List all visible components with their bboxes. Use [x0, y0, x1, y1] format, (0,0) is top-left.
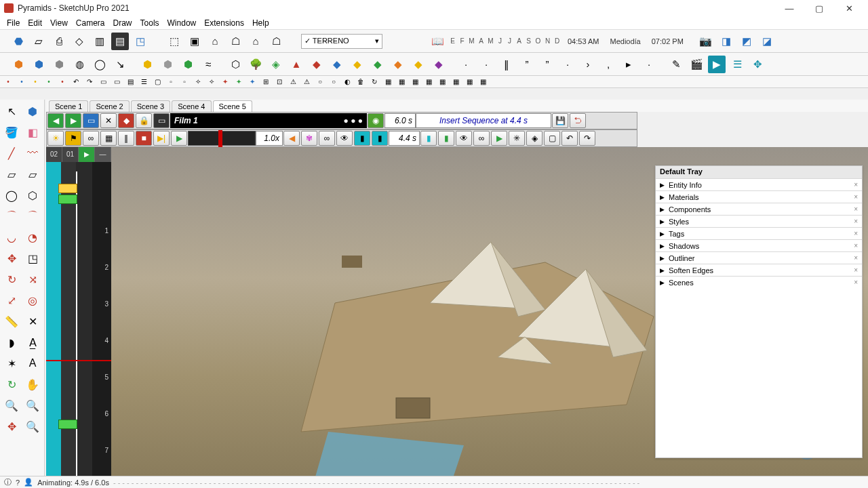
sm30[interactable]: ▦ [396, 77, 407, 87]
stack-icon[interactable]: ▤ [111, 33, 129, 50]
anim-star-icon[interactable]: ✳ [509, 131, 525, 146]
anim-exit-icon[interactable]: ⮌ [570, 113, 586, 128]
anim-target-icon[interactable]: ◈ [526, 131, 542, 146]
cube-blue2-icon[interactable]: ⬢ [30, 56, 47, 73]
stack-red-icon[interactable]: ◆ [308, 56, 326, 73]
pushpull-tool[interactable]: ◳ [22, 248, 43, 268]
tray-shadows[interactable]: ▶Shadows× [656, 239, 862, 251]
stack-yel2-icon[interactable]: ◆ [410, 56, 427, 73]
tape-tool[interactable]: 📏 [1, 311, 22, 331]
play-sm-icon[interactable]: ▸ [620, 56, 637, 73]
anim-eye-icon[interactable]: 👁 [336, 131, 353, 146]
sm31[interactable]: ▦ [410, 77, 420, 87]
anim-calc-icon[interactable]: ▦ [100, 131, 117, 146]
sm18[interactable]: ✦ [233, 77, 244, 87]
anim-film-icon[interactable]: ▮ [354, 131, 370, 146]
line-tool[interactable]: ╱ [1, 143, 22, 163]
sm12[interactable]: ▢ [152, 77, 163, 87]
person-icon[interactable]: 👤 [24, 478, 33, 487]
tray-components[interactable]: ▶Components× [656, 203, 862, 215]
minimize-button[interactable]: — [774, 0, 804, 16]
sm2[interactable]: • [16, 77, 27, 87]
up-red-icon[interactable]: ▲ [288, 56, 305, 73]
house2-icon[interactable]: ☖ [226, 33, 244, 50]
stack-pur-icon[interactable]: ◆ [430, 56, 448, 73]
anim-link-icon[interactable]: ∞ [83, 131, 99, 146]
arc3-tool[interactable]: ◡ [1, 227, 22, 247]
tray-scenes[interactable]: ▶Scenes× [656, 276, 862, 288]
sm3[interactable]: • [30, 77, 41, 87]
iso3-icon[interactable]: ◪ [758, 33, 776, 50]
scene-tab-5[interactable]: Scene 5 [213, 100, 252, 112]
anim-frame-icon[interactable]: ▭ [153, 113, 170, 128]
keyframe-2[interactable] [58, 195, 77, 204]
rotate-tool[interactable]: ↻ [1, 269, 22, 289]
arrow-sm-icon[interactable]: › [579, 56, 597, 73]
eraser-tool[interactable]: ◧ [22, 122, 43, 142]
book2-icon[interactable]: 📖 [429, 33, 446, 50]
sm36[interactable]: ▦ [477, 77, 488, 87]
followme-tool[interactable]: ⤨ [22, 269, 43, 289]
sm14[interactable]: ▫ [179, 77, 190, 87]
anim-flag-icon[interactable]: ⚑ [65, 131, 81, 146]
book-icon[interactable]: ▥ [91, 33, 108, 50]
close-icon[interactable]: × [854, 205, 858, 213]
anim-next-icon[interactable]: ▶| [153, 131, 170, 146]
sm35[interactable]: ▦ [464, 77, 475, 87]
arc-tool[interactable]: ⌒ [1, 206, 22, 226]
house4-icon[interactable]: ☖ [267, 33, 285, 50]
comma-icon[interactable]: , [599, 56, 617, 73]
sm22[interactable]: ⚠ [288, 77, 298, 87]
timeline-body[interactable]: 1 2 3 4 5 6 7 [46, 162, 111, 476]
anim-screen-icon[interactable]: ▭ [83, 113, 99, 128]
stack-blue-icon[interactable]: ◆ [328, 56, 346, 73]
layer-dropdown[interactable]: ✓ TERRENO▾ [301, 34, 382, 49]
close-icon[interactable]: × [854, 266, 858, 274]
tray-title[interactable]: Default Tray [656, 166, 862, 178]
tray-materials[interactable]: ▶Materials× [656, 190, 862, 203]
menu-edit[interactable]: Edit [24, 18, 46, 28]
print-icon[interactable]: ⎙ [50, 33, 68, 50]
stack-grn-icon[interactable]: ◆ [369, 56, 387, 73]
circle-icon[interactable]: ◯ [91, 56, 108, 73]
anim-undo-icon[interactable]: ↶ [561, 131, 578, 146]
circle-tool[interactable]: ◯ [1, 185, 22, 205]
zoomwin-tool[interactable]: 🔍 [22, 395, 43, 415]
playhead[interactable] [46, 360, 111, 361]
clapper-icon[interactable]: 🎬 [688, 56, 705, 73]
pen-icon[interactable]: ✎ [667, 56, 685, 73]
sm5[interactable]: • [57, 77, 68, 87]
pin-icon[interactable]: ↘ [111, 56, 129, 73]
sm10[interactable]: ▤ [125, 77, 136, 87]
sm13[interactable]: ▫ [165, 77, 176, 87]
cube-orange-icon[interactable]: ⬢ [9, 56, 27, 73]
sm17[interactable]: ✦ [220, 77, 231, 87]
polygon-tool[interactable]: ⬡ [22, 185, 43, 205]
sm6[interactable]: ↶ [71, 77, 81, 87]
component-icon[interactable]: ⬚ [165, 33, 183, 50]
sm24[interactable]: ○ [315, 77, 326, 87]
menu-camera[interactable]: Camera [72, 18, 109, 28]
sm28[interactable]: ↻ [369, 77, 380, 87]
sm15[interactable]: ✧ [193, 77, 203, 87]
sm21[interactable]: ⊡ [274, 77, 285, 87]
timeline-col-bar[interactable]: — [95, 147, 111, 162]
timeline-col-01[interactable]: 01 [62, 147, 79, 162]
anim-sun-icon[interactable]: ☀ [47, 131, 64, 146]
stack-yel-icon[interactable]: ◆ [349, 56, 366, 73]
offset-tool[interactable]: ◎ [22, 290, 43, 310]
iso2-icon[interactable]: ◩ [738, 33, 755, 50]
cube-blue-icon[interactable]: ⬣ [9, 33, 27, 50]
anim-redo-icon[interactable]: ↷ [579, 131, 595, 146]
current-time[interactable]: 4.4 s [389, 131, 420, 146]
menu-help[interactable]: Help [248, 18, 273, 28]
tray-outliner[interactable]: ▶Outliner× [656, 251, 862, 264]
sm7[interactable]: ↷ [84, 77, 95, 87]
cross-arrows-icon[interactable]: ✥ [749, 56, 766, 73]
tray-soften[interactable]: ▶Soften Edges× [656, 264, 862, 276]
tree-icon[interactable]: 🌳 [247, 56, 264, 73]
3dtext-tool[interactable]: A [22, 353, 43, 373]
anim-su-icon[interactable]: ◆ [118, 113, 134, 128]
zoomext-tool[interactable]: ✥ [1, 416, 22, 436]
pie-tool[interactable]: ◔ [22, 227, 43, 247]
